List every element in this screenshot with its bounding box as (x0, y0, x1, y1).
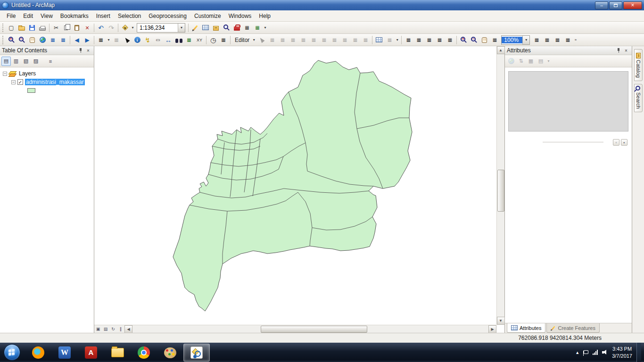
menu-edit[interactable]: Edit (19, 11, 37, 21)
map-svg[interactable] (94, 46, 496, 325)
edit-annotation-button[interactable]: ▦ (267, 35, 277, 45)
scroll-right-icon[interactable]: ▶ (488, 325, 496, 333)
reshape-feature-button[interactable]: ▦ (329, 35, 339, 45)
zoom-out-button[interactable]: − (17, 35, 27, 45)
scale-dropdown-icon[interactable]: ▾ (178, 24, 185, 32)
go-to-xy-button[interactable]: XY (194, 35, 205, 45)
change-layout-button[interactable]: ▦ (552, 35, 562, 45)
attr-copy-button[interactable]: ▦ (526, 57, 536, 66)
table-of-contents-window-button[interactable] (200, 23, 211, 33)
create-viewer-window-button[interactable]: ▦ (218, 35, 229, 45)
map-vertical-scrollbar[interactable]: ▲ ▼ (496, 46, 504, 325)
toc-options-button[interactable]: ≡ (46, 57, 55, 66)
h-scroll-track[interactable] (132, 325, 488, 333)
time-slider-button[interactable]: ◷ (208, 35, 218, 45)
arctoolbox-button[interactable] (231, 23, 242, 33)
attributes-close-button[interactable]: × (622, 47, 630, 54)
taskbar-clock[interactable]: 3:43 PM 3/7/2017 (612, 346, 632, 360)
rotate-tool-button[interactable]: ▦ (360, 35, 371, 45)
find-route-button[interactable]: ▦ (184, 35, 194, 45)
menu-help[interactable]: Help (255, 11, 274, 21)
toc-root-row[interactable]: − Layers (0, 69, 94, 78)
point-tool-button[interactable]: ▦ (308, 35, 319, 45)
snap-vertex-button[interactable]: ▦ (434, 35, 445, 45)
layer-visibility-checkbox[interactable]: ✓ (17, 79, 23, 85)
taskbar-explorer-button[interactable] (104, 344, 131, 362)
fixed-zoom-out-button[interactable]: ▦ (58, 35, 68, 45)
show-desktop-button[interactable] (636, 343, 641, 362)
go-forward-extent-button[interactable]: ▶ (82, 35, 92, 45)
trace-tool-button[interactable]: ▦ (298, 35, 308, 45)
menu-selection[interactable]: Selection (114, 11, 145, 21)
v-scroll-thumb[interactable] (497, 170, 504, 212)
editor-toolbar-toggle[interactable] (190, 23, 200, 33)
taskbar-paint-button[interactable] (157, 344, 183, 362)
attributes-window-button[interactable] (374, 35, 384, 45)
layout-fixed-zoom-button[interactable]: ▦ (489, 35, 500, 45)
toc-layer-name[interactable]: administrasi_makassar (25, 79, 85, 85)
undo-button[interactable]: ↶ (96, 23, 106, 33)
sketch-properties-button[interactable]: ▦ (384, 35, 395, 45)
paste-button[interactable] (72, 23, 82, 33)
list-by-visibility-button[interactable]: ▧ (21, 57, 31, 66)
map-scale-combo[interactable]: 1:136,234 ▾ (137, 23, 185, 33)
list-by-drawing-order-button[interactable]: ▤ (1, 57, 11, 66)
select-features-button[interactable]: ▦ (96, 35, 106, 45)
catalog-side-tab[interactable]: Catalog (634, 49, 643, 81)
refresh-view-button[interactable]: ↻ (109, 326, 117, 333)
makassar-region[interactable] (173, 60, 412, 311)
hyperlink-button[interactable]: ↯ (142, 35, 153, 45)
edit-vertices-button[interactable]: ▦ (319, 35, 329, 45)
focus-data-frame-button[interactable]: ▦ (542, 35, 552, 45)
attr-sort-button[interactable]: ⇅ (516, 57, 526, 66)
toc-layer-row[interactable]: − ✓ administrasi_makassar (0, 78, 94, 86)
copy-button[interactable] (61, 23, 72, 33)
editor-overflow[interactable]: ▾ (395, 35, 400, 45)
scroll-up-icon[interactable]: ▲ (497, 46, 505, 54)
toolbar-overflow[interactable]: ▾ (263, 23, 268, 33)
layout-view-button[interactable]: ▤ (102, 326, 109, 333)
minimize-button[interactable]: – (595, 1, 608, 9)
cut-polygons-button[interactable]: ▦ (339, 35, 350, 45)
menu-geoprocessing[interactable]: Geoprocessing (145, 11, 190, 21)
network-icon[interactable] (593, 350, 598, 355)
snap-end-button[interactable]: ▦ (424, 35, 434, 45)
identify-button[interactable]: i (132, 35, 142, 45)
attr-mini-button-a[interactable]: ▫ (613, 139, 619, 146)
data-view-button[interactable]: ▣ (94, 326, 102, 333)
redo-button[interactable]: ↷ (106, 23, 116, 33)
toggle-draft-mode-button[interactable]: ▦ (531, 35, 542, 45)
cut-button[interactable]: ✂ (51, 23, 61, 33)
select-elements-button[interactable] (122, 35, 132, 45)
attributes-empty-grid[interactable] (508, 71, 628, 132)
snapping-toggle-button[interactable]: ▦ (403, 35, 413, 45)
pause-drawing-button[interactable]: ∥ (117, 326, 124, 333)
search-window-button[interactable] (221, 23, 231, 33)
html-popup-button[interactable]: ▭ (153, 35, 163, 45)
search-side-tab[interactable]: Search (634, 84, 643, 112)
catalog-window-button[interactable] (211, 23, 221, 33)
add-data-dropdown[interactable]: ▾ (130, 23, 135, 33)
tab-attributes[interactable]: Attributes (507, 323, 545, 333)
taskbar-word-button[interactable]: W (51, 344, 78, 362)
layout-zoom-dropdown-icon[interactable]: ▾ (522, 36, 529, 44)
menu-customize[interactable]: Customize (190, 11, 225, 21)
toolbar-grip[interactable] (2, 24, 5, 32)
scroll-down-icon[interactable]: ▼ (497, 317, 505, 325)
new-map-button[interactable]: ▢ (6, 23, 17, 33)
taskbar-adobe-reader-button[interactable]: A (78, 344, 104, 362)
action-center-flag-icon[interactable] (584, 350, 588, 355)
taskbar-arcmap-button[interactable] (183, 344, 210, 362)
zoom-in-button[interactable]: + (6, 35, 17, 45)
map-scale-value[interactable]: 1:136,234 (137, 25, 178, 31)
attributes-pin-button[interactable] (615, 47, 622, 54)
add-data-button[interactable] (120, 23, 130, 33)
volume-icon[interactable] (602, 350, 608, 355)
map-canvas[interactable] (94, 46, 496, 325)
collapse-icon[interactable]: − (3, 72, 7, 76)
fixed-zoom-in-button[interactable]: ▦ (48, 35, 58, 45)
taskbar-firefox-button[interactable] (25, 344, 51, 362)
taskbar-chrome-button[interactable] (131, 344, 157, 362)
modelbuilder-button[interactable]: ▦ (252, 23, 263, 33)
tools-overflow[interactable]: » (573, 35, 578, 45)
